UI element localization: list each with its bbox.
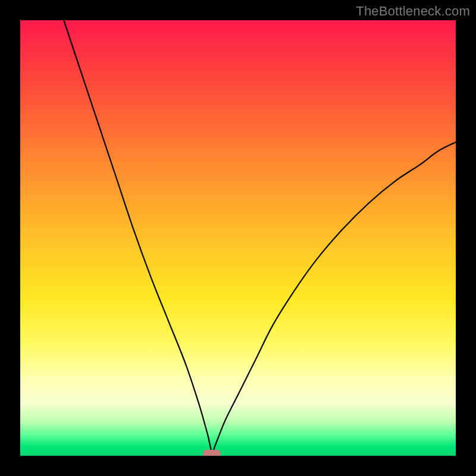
curve-svg xyxy=(20,20,456,456)
chart-frame: TheBottleneck.com xyxy=(0,0,476,476)
bottleneck-curve xyxy=(64,20,456,452)
watermark-text: TheBottleneck.com xyxy=(356,4,470,19)
plot-area xyxy=(20,20,456,456)
optimal-point-marker xyxy=(203,450,221,456)
